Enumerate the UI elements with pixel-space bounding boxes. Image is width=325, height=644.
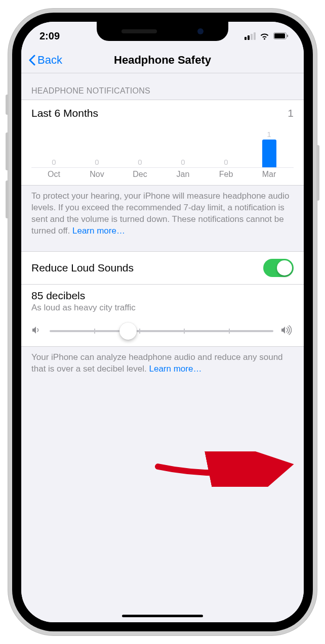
notch <box>97 22 228 41</box>
slider-footer: Your iPhone can analyze headphone audio … <box>21 347 304 382</box>
status-time: 2:09 <box>39 27 60 42</box>
chart-bar: 0 <box>75 127 118 167</box>
cellular-icon <box>245 32 256 40</box>
decibel-sub-label: As loud as heavy city traffic <box>31 303 294 313</box>
chart-total-value: 1 <box>288 107 294 119</box>
svg-rect-2 <box>287 35 288 37</box>
page-title: Headphone Safety <box>114 54 211 67</box>
decibel-slider-cell: 85 decibels As loud as heavy city traffi… <box>21 285 304 347</box>
chart-bar: 0 <box>118 127 161 167</box>
back-button[interactable]: Back <box>28 54 62 67</box>
reduce-loud-sounds-toggle[interactable] <box>263 259 294 277</box>
notifications-bar-chart: 000001 OctNovDecJanFebMar <box>31 127 294 180</box>
nav-bar: Back Headphone Safety <box>21 47 304 73</box>
chart-bar: 0 <box>32 127 75 167</box>
reduce-loud-sounds-label: Reduce Loud Sounds <box>31 262 134 274</box>
home-indicator[interactable] <box>122 615 203 617</box>
chart-bar: 0 <box>205 127 248 167</box>
learn-more-link-2[interactable]: Learn more… <box>149 364 201 374</box>
chart-period-label: Last 6 Months <box>31 107 98 119</box>
section-header-notifications: HEADPHONE NOTIFICATIONS <box>21 73 304 100</box>
decibel-slider[interactable] <box>50 330 273 332</box>
volume-low-icon <box>31 325 43 337</box>
learn-more-link[interactable]: Learn more… <box>72 226 125 236</box>
notifications-chart-cell[interactable]: Last 6 Months 1 000001 OctNovDecJanFebMa… <box>21 100 304 186</box>
svg-rect-1 <box>274 33 285 38</box>
volume-high-icon <box>280 325 294 337</box>
notifications-footer-text: To protect your hearing, your iPhone wil… <box>31 191 289 236</box>
decibel-value-label: 85 decibels <box>31 290 294 302</box>
back-label: Back <box>37 54 62 67</box>
reduce-loud-sounds-cell: Reduce Loud Sounds <box>21 251 304 285</box>
chart-bar: 0 <box>161 127 205 167</box>
wifi-icon <box>259 32 270 40</box>
battery-icon <box>273 32 289 39</box>
notifications-footer: To protect your hearing, your iPhone wil… <box>21 186 304 244</box>
chart-bar: 1 <box>248 127 291 167</box>
